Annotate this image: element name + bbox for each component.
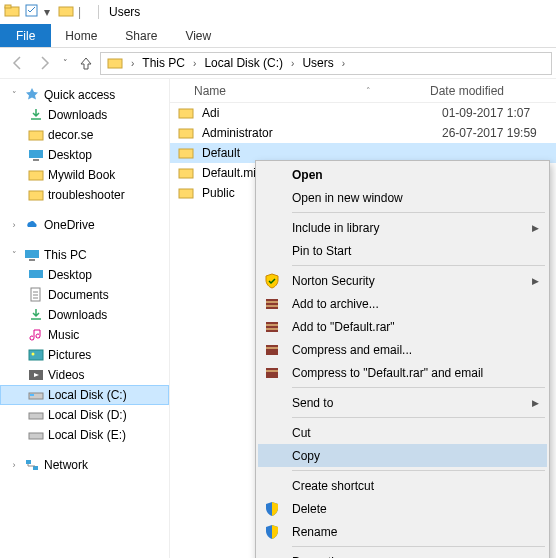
sidebar-network[interactable]: ›Network — [0, 455, 169, 475]
sidebar-item-documents[interactable]: Documents — [0, 285, 169, 305]
separator — [292, 470, 545, 471]
sidebar-item-troubleshooter[interactable]: troubleshooter — [0, 185, 169, 205]
column-headers: Name˄ Date modified — [170, 79, 556, 103]
ctx-compress-rar-email[interactable]: Compress to "Default.rar" and email — [258, 361, 547, 384]
ctx-send-to[interactable]: Send to▶ — [258, 391, 547, 414]
folder-open-icon — [58, 3, 74, 22]
ctx-rename[interactable]: Rename — [258, 520, 547, 543]
svg-rect-27 — [179, 189, 193, 198]
sidebar-item-desktop[interactable]: Desktop — [0, 265, 169, 285]
svg-rect-34 — [266, 345, 278, 355]
chevron-right-icon: ▶ — [532, 276, 539, 286]
sidebar-item-drive-c[interactable]: Local Disk (C:) — [0, 385, 169, 405]
ctx-pin-start[interactable]: Pin to Start — [258, 239, 547, 262]
archive-icon — [264, 319, 280, 335]
chevron-right-icon[interactable]: › — [338, 58, 349, 69]
archive-icon — [264, 296, 280, 312]
svg-rect-3 — [59, 7, 73, 16]
chevron-right-icon[interactable]: › — [189, 58, 200, 69]
breadcrumb-drive[interactable]: Local Disk (C:) — [200, 56, 287, 70]
ctx-cut[interactable]: Cut — [258, 421, 547, 444]
chevron-right-icon[interactable]: › — [8, 220, 20, 230]
ctx-properties[interactable]: Properties — [258, 550, 547, 558]
navbar: ˅ › This PC › Local Disk (C:) › Users › — [0, 48, 556, 78]
svg-rect-11 — [29, 259, 35, 261]
breadcrumb-folder[interactable]: Users — [298, 56, 337, 70]
ctx-open[interactable]: Open — [258, 163, 547, 186]
svg-rect-33 — [266, 328, 278, 330]
breadcrumb-thispc[interactable]: This PC — [138, 56, 189, 70]
svg-rect-21 — [26, 460, 31, 464]
folder-icon — [178, 185, 194, 201]
ctx-compress-email[interactable]: Compress and email... — [258, 338, 547, 361]
ctx-copy[interactable]: Copy — [258, 444, 547, 467]
sidebar-item-drive-d[interactable]: Local Disk (D:) — [0, 405, 169, 425]
folder-icon — [28, 167, 44, 183]
folder-icon — [178, 125, 194, 141]
ctx-delete[interactable]: Delete — [258, 497, 547, 520]
sidebar-item-decor[interactable]: decor.se — [0, 125, 169, 145]
svg-rect-1 — [5, 5, 11, 8]
sidebar-item-desktop[interactable]: Desktop — [0, 145, 169, 165]
up-button[interactable] — [74, 51, 98, 75]
sidebar-item-downloads[interactable]: Downloads — [0, 305, 169, 325]
tab-share[interactable]: Share — [111, 24, 171, 47]
sidebar-item-music[interactable]: Music — [0, 325, 169, 345]
shield-icon — [264, 501, 280, 517]
table-row[interactable]: Administrator26-07-2017 19:59 — [170, 123, 556, 143]
separator — [292, 417, 545, 418]
back-button[interactable] — [6, 51, 30, 75]
svg-rect-30 — [266, 305, 278, 307]
drive-icon — [28, 427, 44, 443]
recent-dropdown[interactable]: ˅ — [58, 51, 72, 75]
chevron-right-icon[interactable]: › — [287, 58, 298, 69]
properties-qat-icon[interactable] — [24, 3, 40, 22]
sidebar-onedrive[interactable]: ›OneDrive — [0, 215, 169, 235]
svg-point-15 — [32, 353, 35, 356]
chevron-down-icon[interactable]: ˅ — [8, 250, 20, 260]
ctx-open-new-window[interactable]: Open in new window — [258, 186, 547, 209]
video-icon — [28, 367, 44, 383]
svg-rect-25 — [179, 149, 193, 158]
sort-indicator-icon: ˄ — [366, 86, 371, 96]
tab-home[interactable]: Home — [51, 24, 111, 47]
sidebar-item-mywild[interactable]: Mywild Book — [0, 165, 169, 185]
chevron-right-icon[interactable]: › — [127, 58, 138, 69]
col-date[interactable]: Date modified — [430, 84, 556, 98]
ctx-add-rar[interactable]: Add to "Default.rar" — [258, 315, 547, 338]
ctx-include-library[interactable]: Include in library▶ — [258, 216, 547, 239]
svg-rect-31 — [266, 322, 278, 332]
forward-button[interactable] — [32, 51, 56, 75]
qat-dropdown-icon[interactable]: ▾ — [44, 5, 54, 19]
folder-icon — [178, 165, 194, 181]
svg-rect-10 — [25, 250, 39, 258]
pc-icon — [24, 247, 40, 263]
svg-rect-22 — [33, 466, 38, 470]
sidebar-item-drive-e[interactable]: Local Disk (E:) — [0, 425, 169, 445]
chevron-down-icon[interactable]: ˅ — [8, 90, 20, 100]
titlebar: ▾ | Users — [0, 0, 556, 24]
sidebar-thispc[interactable]: ˅This PC — [0, 245, 169, 265]
folder-icon — [178, 105, 194, 121]
shield-check-icon — [264, 273, 280, 289]
svg-rect-29 — [266, 301, 278, 303]
chevron-right-icon[interactable]: › — [8, 460, 20, 470]
sidebar-item-downloads[interactable]: Downloads — [0, 105, 169, 125]
sidebar-quick-access[interactable]: ˅ Quick access — [0, 85, 169, 105]
context-menu: Open Open in new window Include in libra… — [255, 160, 550, 558]
address-bar[interactable]: › This PC › Local Disk (C:) › Users › — [100, 52, 552, 75]
sidebar-item-videos[interactable]: Videos — [0, 365, 169, 385]
tab-view[interactable]: View — [171, 24, 225, 47]
table-row[interactable]: Adi01-09-2017 1:07 — [170, 103, 556, 123]
ctx-norton[interactable]: Norton Security▶ — [258, 269, 547, 292]
ctx-create-shortcut[interactable]: Create shortcut — [258, 474, 547, 497]
file-tab[interactable]: File — [0, 24, 51, 47]
ctx-add-archive[interactable]: Add to archive... — [258, 292, 547, 315]
download-icon — [28, 107, 44, 123]
svg-rect-4 — [108, 59, 122, 68]
col-name[interactable]: Name — [194, 84, 226, 98]
svg-rect-8 — [29, 171, 43, 180]
sidebar-item-pictures[interactable]: Pictures — [0, 345, 169, 365]
svg-rect-23 — [179, 109, 193, 118]
network-icon — [24, 457, 40, 473]
